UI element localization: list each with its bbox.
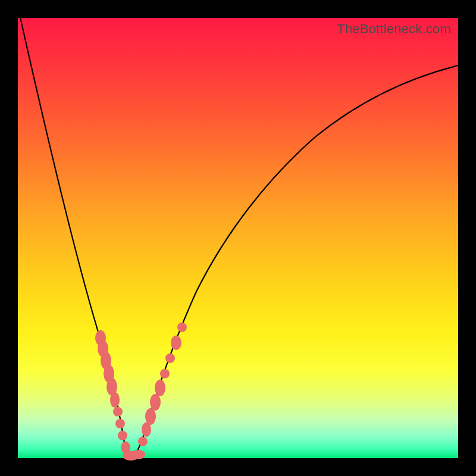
marker-dot — [160, 369, 170, 378]
marker-group — [95, 322, 187, 461]
marker-dot — [115, 419, 125, 428]
bottleneck-curve — [19, 12, 458, 458]
plot-area: TheBottleneck.com — [18, 18, 458, 458]
marker-dot — [138, 437, 148, 446]
chart-svg — [18, 18, 458, 458]
marker-dot — [131, 450, 145, 459]
chart-frame: TheBottleneck.com — [0, 0, 476, 476]
marker-dot — [155, 380, 165, 396]
marker-dot — [113, 407, 123, 416]
marker-dot — [171, 336, 181, 350]
marker-dot — [165, 353, 175, 363]
marker-dot — [110, 392, 120, 408]
marker-dot — [145, 408, 156, 425]
marker-dot — [150, 394, 161, 411]
marker-dot — [118, 431, 127, 440]
marker-dot — [177, 322, 187, 332]
